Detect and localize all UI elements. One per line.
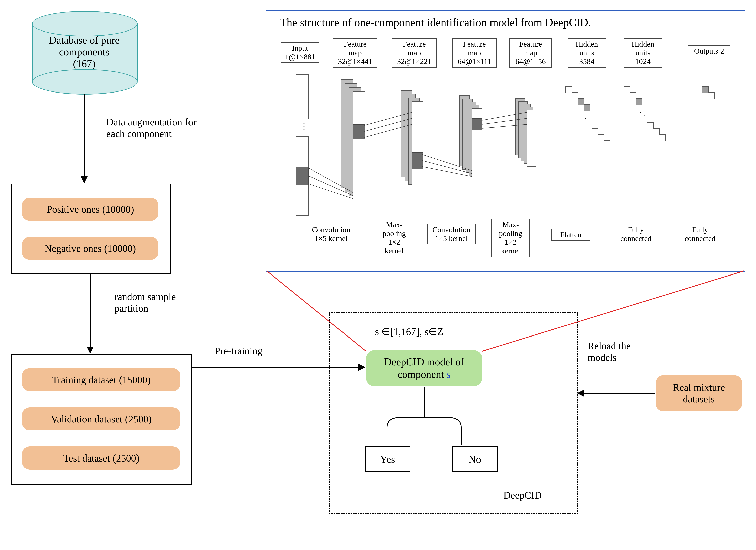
cnn-h1-sq3 [578,98,584,105]
deepcid-model-line2-prefix: component [398,369,447,380]
cnn-input-bar-top [296,74,309,119]
reload-label-2: models [588,352,631,364]
cnn-h2-sq5 [653,128,660,135]
cnn-op-flatten: Flatten [551,229,590,241]
deepcid-model-pill: DeepCID model of component s [366,350,482,386]
cnn-op-fc1: Fully connected [614,224,658,244]
cnn-top-fmap1: Feature map 32@1×441 [333,38,377,68]
deepcid-dashed-box [329,312,578,514]
augmented-box [11,183,171,274]
partition-label-1: random sample [114,291,176,303]
cnn-fmap3-recv [472,118,482,130]
cnn-op-pool2: Max- pooling 1×2 kernel [491,219,530,257]
training-dataset-text: Training dataset (15000) [52,374,151,386]
cnn-top-fmap4: Feature map 64@1×56 [509,38,552,68]
cnn-h2-sq3 [636,98,642,105]
database-title-2: components [32,46,136,58]
cnn-h2-sq1 [624,86,630,93]
cnn-op-conv1: Convolution 1×5 kernel [307,224,355,244]
cnn-top-input: Input 1@1×881 [281,42,319,63]
no-box: No [452,447,498,472]
database-title-1: Database of pure [32,34,136,46]
positive-ones-text: Positive ones (10000) [47,203,134,215]
augmentation-label: Data augmentation for each component [106,116,197,139]
database-count: (167) [32,58,136,70]
yes-box: Yes [365,447,410,472]
reload-label-1: Reload the [588,340,631,352]
real-mixture-pill: Real mixture datasets [656,375,742,411]
real-mixture-text: Real mixture datasets [673,382,725,405]
cnn-h2-sq2 [630,92,636,99]
augmentation-label-2: each component [106,128,197,140]
cnn-out-sq1 [702,86,709,93]
deepcid-constraint: s ∈[1,167], s∈Z [375,326,443,338]
partition-label: random sample partition [114,291,176,314]
cnn-fmap1-recv [353,124,365,139]
negative-ones-text: Negative ones (10000) [45,242,136,254]
cnn-fmap1-b4 [353,91,365,200]
cnn-h1-sq6 [598,134,604,141]
test-dataset-pill: Test dataset (2500) [22,447,180,470]
cnn-op-fc2: Fully connected [678,224,722,244]
deepcid-label: DeepCID [503,490,542,501]
cnn-top-outputs: Outputs 2 [688,45,730,57]
cnn-top-fmap3: Feature map 64@1×111 [452,38,497,68]
cnn-h1-sq2 [572,92,578,99]
cnn-top-hidden2: Hidden units 1024 [624,38,662,68]
test-dataset-text: Test dataset (2500) [63,452,139,464]
pretraining-label: Pre-training [215,345,262,357]
database-label: Database of pure components (167) [32,34,136,70]
database-cylinder-top [32,11,138,36]
cnn-h1-sq5 [592,128,598,135]
cnn-h1-sq4 [584,104,590,111]
cnn-inset-title: The structure of one-component identific… [280,16,591,29]
cnn-out-sq2 [708,92,715,99]
cnn-top-fmap2: Feature map 32@1×221 [392,38,437,68]
validation-dataset-text: Validation dataset (2500) [51,413,152,425]
partition-label-2: partition [114,303,176,314]
positive-ones-pill: Positive ones (10000) [22,198,158,221]
cnn-fmap4-b5 [527,109,536,166]
augmentation-label-1: Data augmentation for [106,116,197,128]
validation-dataset-pill: Validation dataset (2500) [22,407,180,430]
cnn-fmap2-recv [412,152,423,169]
training-dataset-pill: Training dataset (15000) [22,368,180,391]
yes-text: Yes [380,453,395,465]
no-text: No [468,453,481,465]
cnn-input-receptive [296,166,309,185]
cnn-fmap2-b4 [412,101,423,188]
cnn-input-dots: ⋮ [300,121,308,131]
cnn-op-conv2: Convolution 1×5 kernel [427,224,476,244]
cnn-h1-sq7 [604,140,610,147]
cnn-h1-sq1 [565,86,572,93]
cnn-top-hidden1: Hidden units 3584 [568,38,606,68]
deepcid-model-var-s: s [447,369,451,380]
reload-label: Reload the models [588,340,631,363]
cnn-op-pool1: Max- pooling 1×2 kernel [375,219,413,257]
cnn-h2-sq4 [647,122,654,129]
deepcid-model-line1: DeepCID model of [384,356,464,368]
database-cylinder-bottom [32,69,138,94]
cnn-h2-sq6 [659,134,666,141]
negative-ones-pill: Negative ones (10000) [22,237,158,260]
